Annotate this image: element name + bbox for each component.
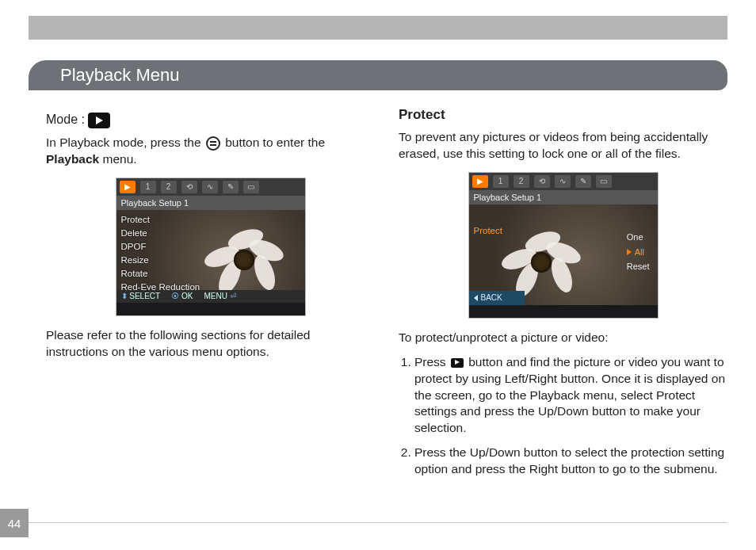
- protect-intro: To prevent any pictures or videos from b…: [399, 129, 727, 162]
- tab2-2: 2: [514, 175, 529, 188]
- camera-screenshot-protect-submenu: ▶ 1 2 ⟲ ∿ ✎ ▭ Playback Setup 1 Protect O…: [468, 172, 659, 319]
- protect-options: One All Reset: [627, 228, 650, 277]
- menu-button-icon: [206, 136, 220, 151]
- protect-option-one: One: [627, 231, 650, 243]
- protect-selected-label: Protect: [474, 225, 502, 238]
- menu-item-protect: Protect: [121, 213, 200, 227]
- screenshot-subheader: Playback Setup 1: [116, 196, 305, 210]
- screenshot-tabbar: ▶ 1 2 ⟲ ∿ ✎ ▭: [116, 178, 305, 196]
- protect-steps: Press button and find the picture or vid…: [414, 354, 727, 478]
- tab2-4: ∿: [555, 175, 571, 188]
- page-number-text: 44: [8, 517, 21, 530]
- tab2-playback-icon: ▶: [472, 175, 488, 188]
- back-hint: BACK: [469, 291, 525, 305]
- playback-icon-inline: [451, 358, 464, 368]
- screenshot2-body: Protect One All Reset BACK: [469, 204, 658, 305]
- section-heading: Playback Menu: [46, 60, 727, 90]
- tab-4: ∿: [202, 181, 218, 193]
- menu-item-rotate: Rotate: [121, 267, 200, 281]
- left-column: Mode : In Playback mode, press the butto…: [46, 101, 375, 518]
- top-grey-bar: [29, 16, 727, 40]
- section-heading-text: Playback Menu: [60, 65, 179, 85]
- step1-pre: Press: [414, 355, 449, 369]
- right-column: Protect To prevent any pictures or video…: [399, 101, 727, 518]
- intro-pre: In Playback mode, press the: [46, 136, 204, 149]
- mode-line: Mode :: [46, 111, 375, 128]
- menu-item-dpof: DPOF: [121, 240, 200, 254]
- menu-item-delete: Delete: [121, 227, 200, 240]
- manual-page: Playback Menu Mode : In Playback mode, p…: [0, 0, 756, 550]
- tab-5: ✎: [223, 181, 239, 193]
- step-2: Press the Up/Down button to select the p…: [414, 445, 727, 478]
- playback-icon: [88, 113, 110, 128]
- tab2-6: ▭: [596, 175, 612, 188]
- tab-1: 1: [140, 181, 156, 193]
- menu-item-resize: Resize: [121, 254, 200, 267]
- tab2-5: ✎: [575, 175, 591, 188]
- tab-2: 2: [161, 181, 177, 193]
- bottom-rule: [29, 522, 727, 523]
- playback-menu-list: Protect Delete DPOF Resize Rotate Red-Ey…: [121, 213, 200, 294]
- tab2-1: 1: [493, 175, 509, 188]
- step-1: Press button and find the picture or vid…: [414, 354, 727, 437]
- intro-bold: Playback: [46, 152, 99, 166]
- protect-option-all: All: [627, 246, 650, 258]
- tab-3: ⟲: [181, 181, 197, 193]
- intro-post: button to enter the: [222, 136, 325, 149]
- protect-option-reset: Reset: [627, 261, 650, 273]
- hint-ok: OK: [181, 292, 193, 300]
- mode-label: Mode :: [46, 113, 85, 126]
- screenshot2-subheader: Playback Setup 1: [469, 190, 658, 204]
- tab2-3: ⟲: [534, 175, 550, 188]
- hint-select: SELECT: [129, 292, 160, 300]
- screenshot-body: Protect Delete DPOF Resize Rotate Red-Ey…: [116, 210, 305, 303]
- content-columns: Mode : In Playback mode, press the butto…: [46, 101, 727, 518]
- screenshot2-tabbar: ▶ 1 2 ⟲ ∿ ✎ ▭: [469, 173, 658, 190]
- hint-menu: MENU: [204, 292, 227, 300]
- screenshot-footer-hints: ⬍ SELECT ⦿ OK MENU ⏎: [116, 290, 305, 303]
- protect-heading: Protect: [399, 106, 727, 124]
- page-number: 44: [0, 509, 29, 537]
- intro-paragraph: In Playback mode, press the button to en…: [46, 135, 375, 168]
- back-label: BACK: [481, 292, 502, 304]
- camera-screenshot-playback-menu: ▶ 1 2 ⟲ ∿ ✎ ▭ Playback Setup 1 Protect D…: [116, 178, 306, 316]
- steps-intro: To protect/unprotect a picture or video:: [399, 330, 727, 346]
- tab-6: ▭: [243, 181, 259, 193]
- tab-playback-icon: ▶: [120, 181, 136, 193]
- intro-end: menu.: [99, 152, 136, 166]
- refer-paragraph: Please refer to the following sections f…: [46, 327, 375, 361]
